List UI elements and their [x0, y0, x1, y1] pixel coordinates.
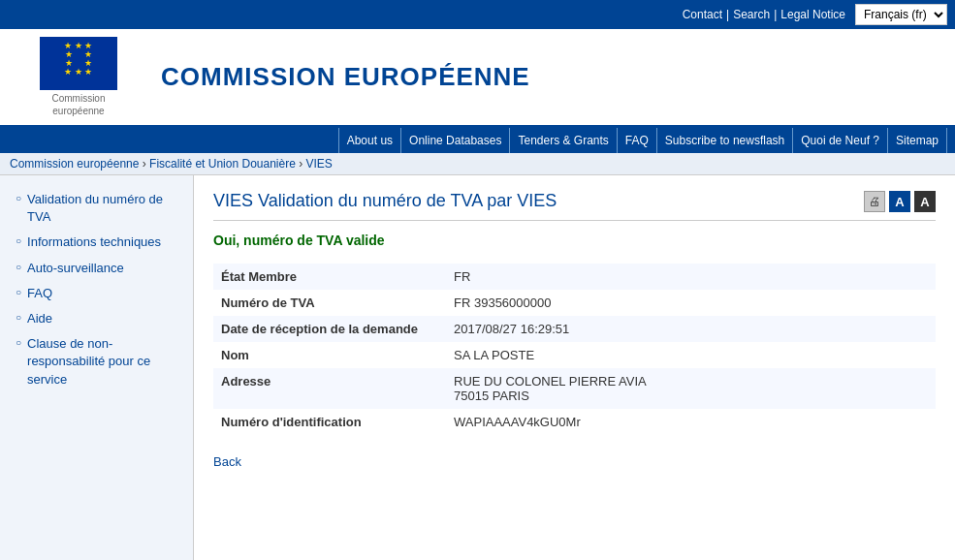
back-button[interactable]: Back: [213, 454, 241, 469]
breadcrumb: Commission européenne › Fiscalité et Uni…: [0, 153, 955, 175]
logo-text: Commissioneuropéenne: [51, 92, 105, 117]
breadcrumb-sep2: ›: [299, 157, 305, 171]
field-label-etat: État Membre: [213, 264, 446, 290]
field-label-nom: Nom: [213, 342, 446, 368]
sidebar-link-faq[interactable]: FAQ: [27, 285, 52, 302]
table-row: Numéro de TVA FR 39356000000: [213, 290, 936, 316]
breadcrumb-fiscalite[interactable]: Fiscalité et Union Douanière: [149, 157, 296, 171]
nav-bar: About us Online Databases Tenders & Gran…: [0, 128, 955, 153]
nav-quoi-de-neuf[interactable]: Quoi de Neuf ?: [793, 128, 888, 153]
nav-online-databases[interactable]: Online Databases: [401, 128, 510, 153]
font-large-icon[interactable]: A: [914, 191, 936, 212]
top-bar: Contact | Search | Legal Notice Français…: [0, 0, 955, 29]
sep1: |: [726, 8, 729, 21]
site-title: COMMISSION EUROPÉENNE: [161, 62, 530, 92]
table-row: Nom SA LA POSTE: [213, 342, 936, 368]
nav-sitemap[interactable]: Sitemap: [888, 128, 947, 153]
search-link[interactable]: Search: [733, 8, 770, 21]
sidebar: Validation du numéro de TVA Informations…: [0, 175, 194, 560]
table-row: État Membre FR: [213, 264, 936, 290]
legal-notice-link[interactable]: Legal Notice: [780, 8, 845, 21]
sidebar-item-validation: Validation du numéro de TVA: [0, 187, 193, 230]
field-label-adresse: Adresse: [213, 368, 446, 409]
valid-message: Oui, numéro de TVA valide: [213, 233, 936, 248]
print-icons: 🖨 A A: [864, 191, 936, 212]
page-title: VIES Validation du numéro de TVA par VIE…: [213, 191, 557, 211]
table-row: Date de réception de la demande 2017/08/…: [213, 316, 936, 342]
breadcrumb-commission[interactable]: Commission européenne: [10, 157, 139, 171]
field-value-nom: SA LA POSTE: [446, 342, 936, 368]
header: ★ ★ ★★ ★★ ★★ ★ ★ Commissioneuropéenne CO…: [0, 29, 955, 128]
contact-link[interactable]: Contact: [683, 8, 722, 21]
sidebar-item-faq: FAQ: [0, 281, 193, 306]
breadcrumb-sep1: ›: [143, 157, 149, 171]
font-normal-icon[interactable]: A: [889, 191, 910, 212]
sidebar-nav: Validation du numéro de TVA Informations…: [0, 187, 193, 392]
field-label-tva: Numéro de TVA: [213, 290, 446, 316]
print-icon[interactable]: 🖨: [864, 191, 885, 212]
logo-area: ★ ★ ★★ ★★ ★★ ★ ★ Commissioneuropéenne: [16, 37, 142, 117]
field-value-tva: FR 39356000000: [446, 290, 936, 316]
info-table: État Membre FR Numéro de TVA FR 39356000…: [213, 264, 936, 435]
sidebar-link-clause[interactable]: Clause de non-responsabilité pour ce ser…: [27, 335, 183, 389]
field-label-date: Date de réception de la demande: [213, 316, 446, 342]
content-header: VIES Validation du numéro de TVA par VIE…: [213, 191, 936, 221]
sep2: |: [774, 8, 777, 21]
table-row: Numéro d'identification WAPIAAAAV4kGU0Mr: [213, 409, 936, 435]
sidebar-link-autosurveillance[interactable]: Auto-surveillance: [27, 260, 124, 277]
nav-subscribe[interactable]: Subscribe to newsflash: [657, 128, 793, 153]
field-value-adresse: RUE DU COLONEL PIERRE AVIA 75015 PARIS: [446, 368, 936, 409]
field-value-date: 2017/08/27 16:29:51: [446, 316, 936, 342]
main-layout: Validation du numéro de TVA Informations…: [0, 175, 955, 560]
content-area: VIES Validation du numéro de TVA par VIE…: [194, 175, 955, 560]
eu-logo: ★ ★ ★★ ★★ ★★ ★ ★: [40, 37, 117, 90]
field-value-numero-id: WAPIAAAAV4kGU0Mr: [446, 409, 936, 435]
field-value-etat: FR: [446, 264, 936, 290]
eu-stars: ★ ★ ★★ ★★ ★★ ★ ★: [40, 37, 117, 77]
field-label-numero-id: Numéro d'identification: [213, 409, 446, 435]
language-select[interactable]: Français (fr): [855, 4, 947, 25]
sidebar-item-informations: Informations techniques: [0, 230, 193, 255]
nav-faq[interactable]: FAQ: [618, 128, 657, 153]
nav-about-us[interactable]: About us: [338, 128, 401, 153]
nav-tenders-grants[interactable]: Tenders & Grants: [510, 128, 617, 153]
sidebar-link-aide[interactable]: Aide: [27, 310, 52, 327]
sidebar-item-autosurveillance: Auto-surveillance: [0, 256, 193, 281]
table-row: Adresse RUE DU COLONEL PIERRE AVIA 75015…: [213, 368, 936, 409]
sidebar-item-aide: Aide: [0, 306, 193, 331]
sidebar-link-informations[interactable]: Informations techniques: [27, 233, 161, 251]
sidebar-item-clause: Clause de non-responsabilité pour ce ser…: [0, 331, 193, 392]
breadcrumb-vies[interactable]: VIES: [306, 157, 333, 171]
sidebar-link-validation[interactable]: Validation du numéro de TVA: [27, 191, 183, 226]
